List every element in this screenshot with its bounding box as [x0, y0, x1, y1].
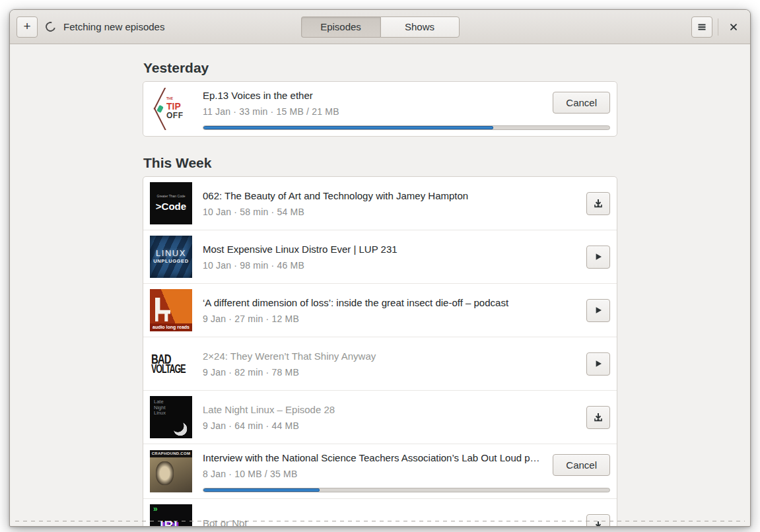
add-podcast-button[interactable]: +: [17, 17, 38, 38]
episode-row[interactable]: LINUXUNPLUGGEDMost Expensive Linux Distr…: [143, 230, 617, 283]
episode-info: Most Expensive Linux Distro Ever | LUP 2…: [203, 244, 578, 271]
episode-meta: 9 Jan · 27 min · 12 MB: [203, 314, 578, 324]
play-episode-button[interactable]: [586, 299, 610, 322]
episode-row-top: 062: The Beauty of Art and Technology wi…: [203, 190, 610, 217]
cover-decoration: [156, 105, 164, 113]
download-progress-bar: [203, 488, 610, 492]
episode-meta: 9 Jan · 82 min · 78 MB: [203, 367, 578, 378]
episode-main: Bot or Not: [203, 504, 610, 526]
episode-main: 2×24: They Weren’t That Shiny Anyway9 Ja…: [203, 343, 610, 385]
episode-row-top: 2×24: They Weren’t That Shiny Anyway9 Ja…: [203, 350, 610, 378]
episode-row[interactable]: THETIPOFFEp.13 Voices in the ether11 Jan…: [143, 82, 617, 136]
headerbar-left: + Fetching new episodes: [17, 17, 164, 38]
play-icon: [593, 251, 604, 262]
episode-row[interactable]: CRAPHOUND.COMInterview with the National…: [143, 444, 617, 498]
hamburger-icon: [697, 22, 707, 32]
section-title: Yesterday: [143, 60, 617, 76]
episode-info: 062: The Beauty of Art and Technology wi…: [203, 190, 578, 217]
episode-info: Interview with the National Science Teac…: [203, 450, 545, 479]
episode-cover-art: THETIPOFF: [150, 88, 192, 130]
spinner-icon: [44, 20, 57, 33]
episode-meta: 8 Jan · 10 MB / 35 MB: [203, 469, 545, 479]
episode-title: Bot or Not: [203, 517, 578, 527]
episode-row[interactable]: BADVOLTAGE2×24: They Weren’t That Shiny …: [143, 337, 617, 390]
episode-row-top: Late Night Linux – Episode 289 Jan · 64 …: [203, 404, 610, 431]
download-icon: [593, 412, 604, 422]
tab-shows[interactable]: Shows: [380, 17, 460, 38]
download-episode-button[interactable]: [586, 192, 610, 215]
episode-title: 2×24: They Weren’t That Shiny Anyway: [203, 350, 578, 362]
episode-info: 2×24: They Weren’t That Shiny Anyway9 Ja…: [203, 350, 578, 378]
section-yesterday: Yesterday THETIPOFFEp.13 Voices in the e…: [143, 60, 617, 137]
cover-text: OFF: [166, 112, 184, 121]
episode-cover-art: LINUXUNPLUGGED: [150, 236, 192, 278]
close-button[interactable]: [724, 17, 743, 37]
episode-main: Ep.13 Voices in the ether11 Jan · 33 min…: [203, 88, 610, 130]
episode-row-top: Bot or Not: [203, 514, 610, 527]
download-episode-button[interactable]: [586, 514, 610, 527]
episode-row-top: Most Expensive Linux Distro Ever | LUP 2…: [203, 244, 610, 271]
episode-title: 062: The Beauty of Art and Technology wi…: [203, 190, 578, 201]
episode-info: ‘A different dimension of loss’: inside …: [203, 297, 578, 324]
headerbar: + Fetching new episodes Episodes Shows: [10, 10, 750, 44]
episode-row-top: Ep.13 Voices in the ether11 Jan · 33 min…: [203, 88, 610, 117]
view-switcher: Episodes Shows: [301, 17, 460, 38]
cover-text: CRAPHOUND.COM: [150, 450, 192, 457]
play-episode-button[interactable]: [586, 352, 610, 376]
header-separator: [718, 18, 718, 36]
episode-cover-art: Greater Than Code>Code: [150, 182, 192, 224]
episode-meta: 10 Jan · 98 min · 46 MB: [203, 260, 578, 271]
episode-row[interactable]: Greater Than Code>Code062: The Beauty of…: [143, 177, 617, 230]
episode-main: Interview with the National Science Teac…: [203, 450, 610, 492]
cover-text: >Code: [156, 201, 186, 212]
episode-info: Bot or Not: [203, 517, 578, 527]
download-progress-bar: [203, 125, 610, 130]
episode-card: THETIPOFFEp.13 Voices in the ether11 Jan…: [143, 81, 617, 137]
episode-row[interactable]: LateNightLinuxLate Night Linux – Episode…: [143, 390, 617, 444]
episode-title: Interview with the National Science Teac…: [203, 452, 545, 463]
episode-info: Ep.13 Voices in the ether11 Jan · 33 min…: [203, 88, 545, 117]
episode-main: ‘A different dimension of loss’: inside …: [203, 289, 610, 331]
status-text: Fetching new episodes: [63, 21, 164, 32]
episode-title: Ep.13 Voices in the ether: [203, 90, 545, 101]
cover-text: UNPLUGGED: [153, 259, 188, 265]
episodes-scroll-area[interactable]: Yesterday THETIPOFFEp.13 Voices in the e…: [10, 44, 750, 526]
tab-episodes[interactable]: Episodes: [301, 17, 380, 38]
cancel-download-button[interactable]: Cancel: [553, 92, 610, 114]
episode-cover-art: CRAPHOUND.COM: [150, 450, 192, 492]
episode-main: Most Expensive Linux Distro Ever | LUP 2…: [203, 236, 610, 278]
scroll-undershoot-indicator: [15, 521, 745, 521]
episode-info: Late Night Linux – Episode 289 Jan · 64 …: [203, 404, 578, 431]
menu-button[interactable]: [691, 17, 712, 38]
play-icon: [593, 305, 604, 316]
headerbar-right: [691, 17, 743, 38]
cover-text: LINUX: [156, 249, 186, 259]
cancel-download-button[interactable]: Cancel: [553, 454, 610, 476]
section-this-week: This Week Greater Than Code>Code062: The…: [143, 155, 617, 526]
play-episode-button[interactable]: [586, 246, 610, 269]
episode-meta: 11 Jan · 33 min · 15 MB / 21 MB: [203, 106, 545, 117]
episode-title: Most Expensive Linux Distro Ever | LUP 2…: [203, 244, 578, 255]
episode-main: Late Night Linux – Episode 289 Jan · 64 …: [203, 396, 610, 438]
download-progress-fill: [203, 126, 493, 129]
cover-text: Linux: [154, 411, 166, 416]
episode-row[interactable]: audio long reads‘A different dimension o…: [143, 283, 617, 337]
podcasts-window: + Fetching new episodes Episodes Shows Y…: [9, 9, 751, 527]
download-progress-fill: [203, 488, 320, 492]
episode-meta: 10 Jan · 58 min · 54 MB: [203, 207, 578, 217]
episode-meta: 9 Jan · 64 min · 44 MB: [203, 420, 578, 431]
episode-cover-art: audio long reads: [150, 289, 192, 331]
download-icon: [593, 198, 604, 209]
download-episode-button[interactable]: [586, 406, 610, 429]
episode-title: ‘A different dimension of loss’: inside …: [203, 297, 578, 308]
close-icon: [729, 22, 738, 32]
cover-text: IRL: [160, 518, 182, 526]
episode-cover-art: BADVOLTAGE: [150, 343, 192, 385]
cover-text: VOLTAGE: [151, 363, 186, 376]
episode-cover-art: IRL: [150, 504, 192, 526]
episode-cover-art: LateNightLinux: [150, 396, 192, 438]
plus-icon: +: [23, 19, 30, 34]
play-icon: [593, 358, 604, 369]
episode-row[interactable]: IRLBot or Not: [143, 498, 617, 526]
episode-title: Late Night Linux – Episode 28: [203, 404, 578, 415]
